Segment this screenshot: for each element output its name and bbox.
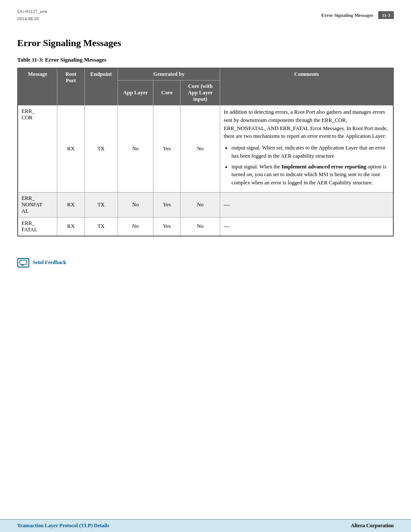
cell-core-app-1: No	[181, 106, 220, 193]
header-doc-info: UG-01127_avst 2014.08.18	[17, 8, 47, 22]
feedback-area: Send Feedback	[0, 254, 411, 302]
cell-comments-3: —	[220, 217, 393, 236]
cell-comments-1: In addition to detecting errors, a Root …	[220, 106, 393, 193]
cell-root-port-1: RX	[57, 106, 84, 193]
cell-root-port-3: RX	[57, 217, 84, 236]
table-row: ERR_NONFATAL RX TX No Yes No —	[18, 192, 393, 217]
cell-core-app-2: No	[181, 192, 220, 217]
col-header-core-with-app: Core (with App Layer input)	[181, 81, 220, 106]
page-title: Error Signaling Messages	[17, 37, 394, 49]
cell-message-2: ERR_NONFATAL	[18, 192, 57, 217]
cell-app-layer-2: No	[118, 192, 153, 217]
cell-core-1: Yes	[153, 106, 181, 193]
cell-app-layer-3: No	[118, 217, 153, 236]
header-section-title: Error Signaling Messages	[321, 12, 374, 18]
header-right: Error Signaling Messages 11-3	[321, 11, 394, 19]
footer-right: Altera Corporation	[351, 523, 394, 529]
bullet-1b: input signal. When the Implement advance…	[231, 163, 389, 187]
table-row: ERR_COR RX TX No Yes No In addition to d…	[18, 106, 393, 193]
cell-app-layer-1: No	[118, 106, 153, 193]
error-signaling-table: Message Root Port Endpoint Generated by …	[17, 68, 394, 236]
svg-rect-0	[20, 260, 27, 264]
send-feedback-link[interactable]: Send Feedback	[33, 259, 66, 266]
page-header: UG-01127_avst 2014.08.18 Error Signaling…	[0, 0, 411, 25]
doc-date: 2014.08.18	[17, 15, 47, 22]
col-header-comments: Comments	[220, 68, 393, 106]
feedback-icon	[17, 258, 29, 268]
col-header-generated-by: Generated by	[118, 68, 220, 81]
col-header-endpoint: Endpoint	[84, 68, 118, 106]
header-page-num: 11-3	[378, 11, 394, 19]
cell-message-1: ERR_COR	[18, 106, 57, 193]
cell-core-3: Yes	[153, 217, 181, 236]
cell-root-port-2: RX	[57, 192, 84, 217]
footer-left: Transaction Layer Protocol (TLP) Details	[17, 523, 109, 529]
cell-message-3: ERR_FATAL	[18, 217, 57, 236]
table-row: ERR_FATAL RX TX No Yes No —	[18, 217, 393, 236]
cell-comments-2: —	[220, 192, 393, 217]
cell-endpoint-1: TX	[84, 106, 118, 193]
doc-id: UG-01127_avst	[17, 8, 47, 15]
main-content: Error Signaling Messages Table 11-3: Err…	[0, 25, 411, 254]
col-header-message: Message	[18, 68, 57, 106]
table-title: Table 11-3: Error Signaling Messages	[17, 56, 394, 63]
col-header-app-layer: App Layer	[118, 81, 153, 106]
bullet-1a: output signal. When set, indicates to th…	[231, 144, 389, 160]
cell-core-2: Yes	[153, 192, 181, 217]
col-header-root-port: Root Port	[57, 68, 84, 106]
page-footer: Transaction Layer Protocol (TLP) Details…	[0, 519, 411, 532]
col-header-core: Core	[153, 81, 181, 106]
cell-core-app-3: No	[181, 217, 220, 236]
cell-endpoint-2: TX	[84, 192, 118, 217]
cell-endpoint-3: TX	[84, 217, 118, 236]
